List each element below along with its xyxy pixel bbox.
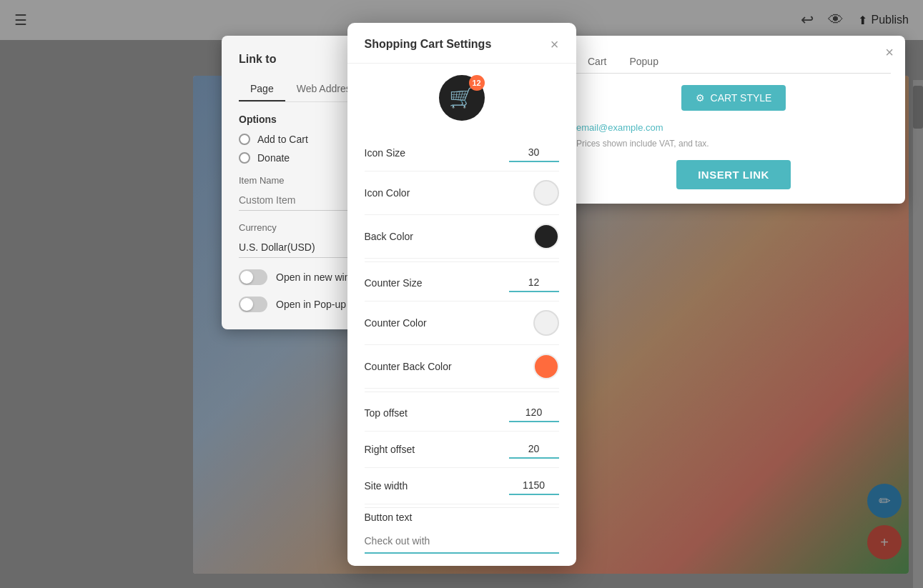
modal-header: Shopping Cart Settings × <box>347 23 576 64</box>
button-text-section: Button text <box>365 511 559 554</box>
icon-size-input[interactable] <box>509 144 559 162</box>
button-text-input[interactable] <box>365 529 559 554</box>
right-offset-row: Right offset <box>365 432 559 468</box>
back-color-label: Back Color <box>365 231 413 242</box>
top-offset-label: Top offset <box>365 407 408 419</box>
cart-badge: 12 <box>469 75 485 91</box>
site-width-label: Site width <box>365 480 408 492</box>
icon-color-label: Icon Color <box>365 187 410 199</box>
right-offset-input[interactable] <box>509 440 559 459</box>
icon-color-swatch[interactable] <box>533 180 559 206</box>
button-text-label: Button text <box>365 512 413 523</box>
top-offset-input[interactable] <box>509 404 559 422</box>
modal-body: 🛒 12 Icon Size Icon Color Back Color <box>347 64 576 566</box>
counter-size-label: Counter Size <box>365 277 423 289</box>
cart-icon-container: 🛒 12 <box>439 75 485 121</box>
cart-icon: 🛒 <box>449 86 474 109</box>
divider-3 <box>365 507 559 508</box>
site-width-row: Site width <box>365 468 559 504</box>
counter-size-input[interactable] <box>509 274 559 292</box>
counter-back-color-swatch[interactable] <box>533 354 559 379</box>
modal-backdrop: Shopping Cart Settings × 🛒 12 Icon Size … <box>0 0 923 588</box>
back-color-swatch[interactable] <box>533 224 559 249</box>
modal-close-button[interactable]: × <box>551 37 559 51</box>
counter-size-row: Counter Size <box>365 265 559 302</box>
counter-back-color-row: Counter Back Color <box>365 345 559 389</box>
counter-back-color-label: Counter Back Color <box>365 361 452 372</box>
site-width-input[interactable] <box>509 477 559 495</box>
counter-color-label: Counter Color <box>365 317 427 329</box>
divider-2 <box>365 392 559 392</box>
icon-color-row: Icon Color <box>365 171 559 215</box>
top-offset-row: Top offset <box>365 395 559 432</box>
icon-size-row: Icon Size <box>365 135 559 171</box>
divider-1 <box>365 261 559 262</box>
modal-title: Shopping Cart Settings <box>365 38 492 51</box>
counter-color-row: Counter Color <box>365 302 559 345</box>
shopping-cart-settings-modal: Shopping Cart Settings × 🛒 12 Icon Size … <box>347 23 576 566</box>
icon-size-label: Icon Size <box>365 147 406 159</box>
right-offset-label: Right offset <box>365 444 415 455</box>
back-color-row: Back Color <box>365 215 559 259</box>
counter-color-swatch[interactable] <box>533 310 559 336</box>
